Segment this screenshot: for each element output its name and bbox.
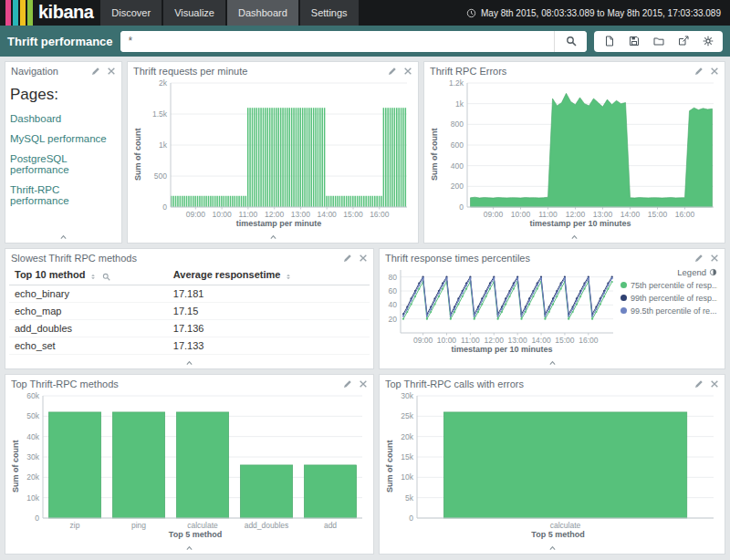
pages-heading: Pages: (10, 86, 117, 104)
svg-text:13:00: 13:00 (508, 336, 528, 345)
edit-panel-icon[interactable] (343, 379, 352, 389)
x-axis-label: Top 5 method (395, 530, 721, 542)
query-bar (120, 31, 587, 52)
svg-text:50k: 50k (26, 411, 39, 420)
svg-text:25k: 25k (401, 411, 413, 420)
legend-item-99th[interactable]: 99th percentile of resp... (620, 294, 717, 303)
edit-panel-icon[interactable] (343, 254, 352, 263)
percentiles-line-chart[interactable]: 2040608009:0010:0011:0012:0013:0014:0015… (383, 265, 620, 345)
svg-text:0: 0 (162, 202, 167, 212)
share-dashboard-button[interactable] (671, 31, 695, 52)
sort-icon[interactable] (285, 270, 292, 281)
svg-text:60: 60 (389, 286, 398, 296)
edit-panel-icon[interactable] (694, 67, 704, 76)
svg-text:10k: 10k (26, 493, 39, 503)
chevron-up-icon (569, 233, 579, 241)
nav-tab-discover[interactable]: Discover (100, 0, 162, 26)
column-search-icon[interactable] (102, 270, 110, 281)
legend-item-75th[interactable]: 75th percentile of resp... (620, 281, 717, 290)
nav-link-dashboard[interactable]: Dashboard (10, 113, 117, 124)
series-color-dot (620, 295, 627, 301)
collapse-panel-button[interactable] (5, 357, 373, 368)
chevron-up-icon (268, 233, 278, 241)
svg-text:15k: 15k (401, 452, 413, 461)
svg-text:14:00: 14:00 (531, 336, 551, 345)
chart-legend: Legend 75th percentile of resp... 99th p… (620, 265, 721, 357)
chevron-up-icon (548, 359, 558, 367)
collapse-panel-button[interactable] (380, 542, 725, 554)
legend-toggle-icon (709, 268, 717, 276)
logo-stripe (13, 0, 18, 26)
collapse-panel-button[interactable] (5, 542, 373, 554)
responsetime-cell: 17.133 (168, 337, 370, 355)
svg-text:09:00: 09:00 (413, 336, 433, 345)
panel-title: Thrift requests per minute (133, 66, 388, 77)
nav-link-postgresql-performance[interactable]: PostgreSQL performance (10, 153, 117, 175)
panel-thrift-requests-per-minute: Thrift requests per minute Sum of count … (127, 61, 419, 244)
collapse-panel-button[interactable] (424, 231, 725, 243)
kibana-logo[interactable]: kibana (0, 0, 100, 26)
load-dashboard-button[interactable] (646, 31, 671, 52)
close-panel-icon[interactable] (359, 254, 368, 263)
svg-text:add: add (324, 521, 337, 530)
svg-text:12:00: 12:00 (566, 210, 586, 219)
gear-icon (703, 36, 714, 47)
close-panel-icon[interactable] (710, 67, 719, 76)
nav-tab-visualize[interactable]: Visualize (163, 0, 225, 26)
dashboard-title: Thrift performance (7, 35, 113, 48)
requests-histogram-chart[interactable]: 05001k1.5k2k09:0010:0011:0012:0013:0014:… (143, 78, 414, 219)
svg-text:400: 400 (451, 161, 464, 171)
svg-text:800: 800 (451, 119, 464, 129)
svg-text:16:00: 16:00 (579, 336, 599, 345)
search-input[interactable] (120, 31, 554, 52)
search-icon (566, 36, 577, 47)
collapse-panel-button[interactable] (380, 357, 725, 368)
chevron-up-icon (58, 233, 68, 241)
collapse-panel-button[interactable] (5, 231, 121, 243)
legend-toggle[interactable]: Legend (620, 267, 717, 277)
column-header-method[interactable]: Top 10 method (9, 265, 168, 285)
y-axis-label: Sum of count (131, 78, 143, 231)
save-dashboard-button[interactable] (621, 31, 646, 52)
close-panel-icon[interactable] (710, 254, 719, 263)
edit-panel-icon[interactable] (91, 67, 100, 76)
close-panel-icon[interactable] (710, 379, 719, 389)
panel-title: Thrift RPC Errors (430, 66, 694, 77)
nav-tab-settings[interactable]: Settings (300, 0, 359, 26)
svg-text:14:00: 14:00 (318, 210, 338, 219)
svg-text:14:00: 14:00 (620, 210, 641, 219)
errors-area-chart[interactable]: 02004006008001k1.2k09:0010:0011:0012:001… (440, 78, 721, 219)
nav-tab-dashboard[interactable]: Dashboard (227, 0, 298, 26)
search-button[interactable] (554, 31, 587, 52)
time-range-text: May 8th 2015, 08:03:33.089 to May 8th 20… (481, 8, 721, 18)
panel-title: Slowest Thrift RPC methods (11, 253, 343, 264)
close-panel-icon[interactable] (359, 379, 368, 389)
svg-text:200: 200 (451, 181, 464, 191)
new-dashboard-button[interactable] (597, 31, 621, 52)
time-picker[interactable]: May 8th 2015, 08:03:33.089 to May 8th 20… (466, 0, 730, 26)
folder-open-icon (653, 36, 664, 47)
top-errors-bar-chart[interactable]: 05k10k15k20k25k30kcalculate (395, 391, 721, 530)
close-panel-icon[interactable] (403, 67, 412, 76)
options-button[interactable] (695, 31, 720, 52)
column-header-responsetime[interactable]: Average responsetime (168, 265, 370, 285)
nav-link-mysql-performance[interactable]: MySQL performance (10, 133, 117, 144)
svg-text:20k: 20k (26, 472, 39, 482)
responsetime-cell: 17.136 (168, 320, 370, 337)
panel-title: Navigation (11, 66, 91, 77)
y-axis-label: Sum of count (9, 391, 21, 542)
legend-item-99-5th[interactable]: 99.5th percentile of re... (620, 306, 717, 316)
nav-link-thrift-rpc-performance[interactable]: Thrift-RPC performance (10, 184, 117, 206)
close-panel-icon[interactable] (107, 67, 116, 76)
edit-panel-icon[interactable] (694, 379, 704, 389)
y-axis-label: Sum of count (428, 78, 440, 231)
panel-thrift-rpc-errors: Thrift RPC Errors Sum of count 020040060… (423, 61, 725, 244)
sort-icon[interactable] (89, 270, 97, 281)
edit-panel-icon[interactable] (388, 67, 397, 76)
svg-text:5k: 5k (405, 493, 414, 503)
top-methods-bar-chart[interactable]: 010k20k30k40k50k60kzippingcalculateadd_d… (21, 391, 370, 530)
panel-thrift-response-times-percentiles: Thrift response times percentiles 204060… (379, 248, 725, 369)
collapse-panel-button[interactable] (128, 231, 418, 243)
edit-panel-icon[interactable] (694, 254, 704, 263)
svg-text:15:00: 15:00 (555, 336, 575, 345)
